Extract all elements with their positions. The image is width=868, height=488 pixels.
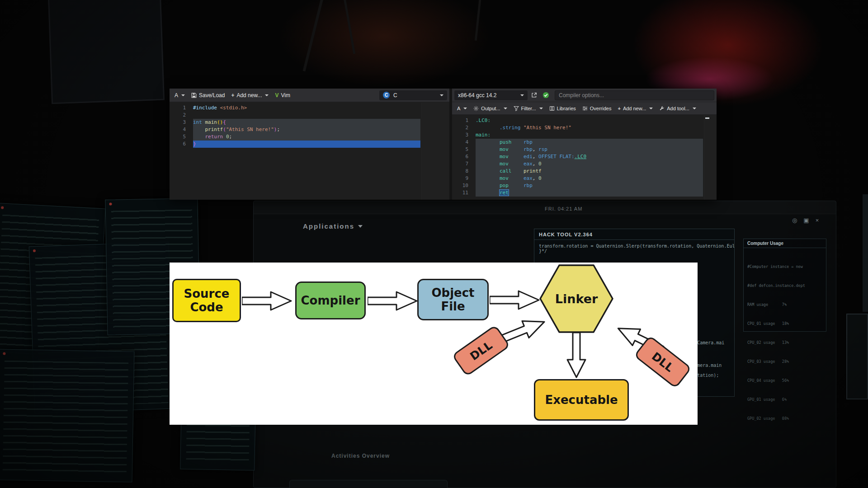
add-new-label: Add new... [236, 92, 262, 99]
diagram-node-source-code: Source Code [172, 279, 241, 322]
compile-status-indicator [540, 90, 551, 100]
language-label: C [393, 92, 435, 99]
compiler-toolbar-row1: x86-64 gcc 14.2 [452, 89, 717, 102]
vim-icon: V [275, 92, 278, 99]
code-line[interactable]: 4 push rbp [452, 139, 717, 146]
sliders-icon [582, 106, 588, 111]
font-size-button[interactable]: A [172, 91, 188, 100]
code-line[interactable]: 7 mov eax, 0 [452, 160, 717, 168]
code-line[interactable]: 2 .string "Athis SN here!" [452, 124, 717, 131]
code-line[interactable]: 6} [170, 141, 449, 148]
chevron-down-icon [463, 108, 467, 109]
libraries-button[interactable]: Libraries [547, 104, 579, 113]
chevron-down-icon [504, 108, 507, 109]
font-size-button[interactable]: A [454, 104, 470, 113]
output-label: Output... [481, 106, 500, 111]
usage-line: CPU_03 usage 28% [747, 358, 822, 365]
filter-label: Filter... [521, 106, 536, 111]
compiler-toolbar-row2: A Output... Filter... Libraries Override… [452, 102, 717, 115]
source-code-editor[interactable]: 1#include <stdio.h>23int main(){4 printf… [170, 103, 449, 200]
diagram-node-executable: Executable [534, 379, 629, 421]
status-ok-icon [542, 92, 549, 99]
usage-line: CPU_04 usage 56% [747, 377, 822, 384]
chevron-down-icon [181, 94, 185, 96]
language-select[interactable]: C C [379, 90, 447, 100]
window-controls: ◎ ▣ × [792, 217, 819, 224]
usage-line: RAM usage 7% [747, 301, 822, 308]
code-line[interactable]: 3int main(){ [170, 119, 449, 126]
compiler-select[interactable]: x86-64 gcc 14.2 [454, 90, 528, 100]
desktop-clock: FRI. 04:21 AM [545, 206, 582, 211]
computer-usage-title: Computer Usage [744, 239, 826, 248]
usage-line: CPU_02 usage 13% [747, 339, 822, 346]
compiler-options-input[interactable] [555, 90, 714, 100]
chevron-down-icon [265, 94, 269, 96]
code-line[interactable]: 3main: [452, 131, 717, 139]
overrides-button[interactable]: Overrides [580, 104, 614, 113]
diagram-node-linker: Linker [539, 264, 613, 333]
code-line[interactable]: 1#include <stdio.h> [170, 104, 449, 112]
window-maximize-icon: ▣ [803, 217, 809, 224]
diagram-node-compiler: Compiler [295, 282, 366, 319]
mic-stand [303, 0, 324, 71]
window-close-icon: × [816, 217, 819, 224]
vim-button[interactable]: V Vim [272, 91, 292, 100]
code-line[interactable]: 8 call printf [452, 168, 717, 175]
code-line[interactable]: 2 [170, 112, 449, 119]
usage-line: GPU_02 usage 08% [747, 415, 822, 422]
window-restore-icon: ◎ [792, 217, 797, 224]
arrow-object-to-linker [490, 290, 540, 310]
overrides-label: Overrides [590, 106, 612, 111]
usage-line: #def defcon.instance.dept [747, 282, 822, 289]
code-line[interactable]: 6 mov edi, OFFSET FLAT:.LC0 [452, 153, 717, 160]
code-line[interactable]: 4 printf("Athis SN here!"); [170, 126, 449, 133]
compiler-explorer-window: A Save/Load + Add new... V Vim C C 1 [170, 89, 717, 200]
chevron-down-icon [358, 225, 363, 228]
save-load-button[interactable]: Save/Load [189, 91, 227, 100]
computer-usage-panel: Computer Usage #Computer instance = new … [743, 239, 826, 332]
add-new-button[interactable]: + Add new... [228, 91, 271, 100]
output-button[interactable]: Output... [471, 104, 509, 113]
code-line[interactable]: 11 ret [452, 189, 717, 197]
applications-label: Applications [303, 222, 354, 230]
code-line[interactable]: 5 return 0; [170, 133, 449, 141]
usage-line: #Computer instance = new [747, 263, 822, 270]
code-line[interactable]: 1.LC0: [452, 117, 717, 124]
filter-icon [514, 106, 519, 111]
usage-line: GPU_01 usage 6% [747, 396, 822, 403]
font-size-label: A [457, 106, 460, 111]
arrow-source-to-compiler [242, 291, 292, 311]
plus-icon: + [618, 106, 620, 111]
add-new-button[interactable]: + Add new... [615, 104, 656, 113]
assembly-output[interactable]: 1.LC0:2 .string "Athis SN here!"3main:4 … [452, 115, 717, 200]
background-monitor [48, 0, 165, 104]
code-line[interactable]: 9 mov eax, 0 [452, 175, 717, 182]
side-panel-edge [863, 194, 868, 312]
compilation-process-diagram: Source Code Compiler Object File Linker … [170, 263, 698, 425]
save-load-label: Save/Load [199, 92, 225, 99]
filter-button[interactable]: Filter... [511, 104, 546, 113]
gear-icon [473, 106, 479, 111]
open-in-new-window-button[interactable] [528, 90, 539, 100]
chevron-down-icon [539, 108, 543, 109]
usage-line: CPU_01 usage 18% [747, 320, 822, 327]
compiler-output-pane: x86-64 gcc 14.2 A Output... [452, 89, 717, 200]
add-new-label: Add new... [623, 106, 646, 111]
arrow-compiler-to-object [368, 291, 418, 311]
assembly-minimap [704, 115, 717, 200]
applications-menu: Applications [303, 222, 363, 230]
libraries-label: Libraries [557, 106, 576, 111]
vim-label: Vim [281, 92, 290, 99]
add-tool-label: Add tool... [667, 106, 689, 111]
code-line[interactable]: 5 mov rbp, rsp [452, 146, 717, 153]
arrow-linker-to-executable [566, 333, 587, 379]
chevron-down-icon [520, 94, 524, 96]
code-line[interactable]: 10 pop rbp [452, 182, 717, 189]
diagram-node-object-file: Object File [417, 279, 489, 320]
dock-panel [289, 480, 448, 488]
add-tool-button[interactable]: Add tool... [656, 104, 699, 113]
c-language-icon: C [383, 92, 390, 99]
hack-tool-code-line: }*/ [539, 249, 730, 253]
mic-stand [343, 0, 355, 54]
phone-panel [846, 314, 868, 399]
